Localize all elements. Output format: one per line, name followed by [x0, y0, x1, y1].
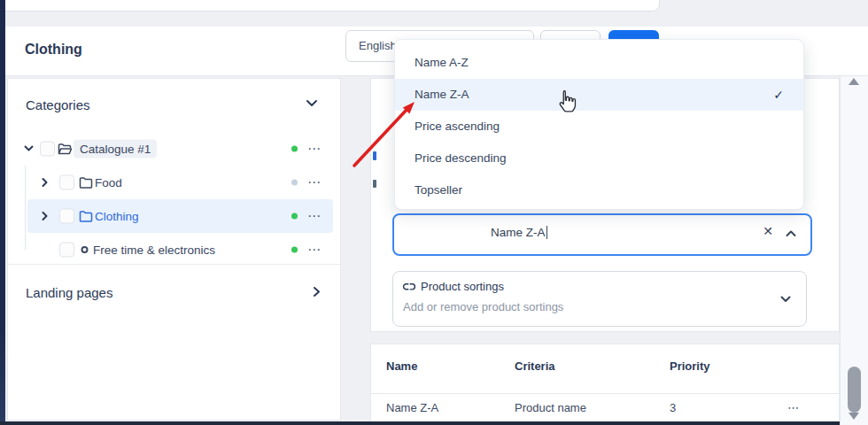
table-row[interactable]: Name Z-A Product name 3 ⋯ — [371, 393, 839, 422]
row-checkbox[interactable] — [59, 209, 74, 224]
column-header-priority: Priority — [670, 359, 710, 373]
text-caret — [546, 226, 547, 239]
sorting-options-listbox: Name A-Z Name Z-A ✓ Price ascending Pric… — [394, 39, 804, 210]
tree-row-catalogue[interactable]: Catalogue #1 ⋯ — [8, 132, 340, 166]
option-price-ascending[interactable]: Price ascending — [395, 111, 803, 143]
chevron-right-icon[interactable] — [42, 212, 49, 221]
window-bottom-edge — [0, 421, 840, 425]
active-status-dot — [291, 213, 298, 220]
row-context-menu-button[interactable]: ⋯ — [307, 144, 322, 153]
category-sidebar: Categories Catalogue #1 ⋯ — [7, 78, 341, 421]
product-sortings-placeholder: Add or remove product sortings — [403, 300, 563, 313]
default-sorting-combobox[interactable]: Name Z-A ✕ — [392, 213, 812, 256]
option-name-a-z[interactable]: Name A-Z — [395, 47, 803, 79]
row-checkbox[interactable] — [59, 175, 74, 190]
tree-item-label[interactable]: Clothing — [95, 210, 139, 223]
chevron-down-icon[interactable] — [24, 145, 34, 152]
scroll-down-button[interactable] — [849, 413, 859, 420]
chevron-down-icon[interactable] — [780, 296, 791, 303]
combobox-value: Name Z-A — [491, 215, 547, 251]
cell-priority: 3 — [670, 393, 676, 422]
row-context-menu-button[interactable]: ⋯ — [307, 212, 322, 220]
page-title: Clothing — [25, 42, 82, 58]
row-context-menu-button[interactable]: ⋯ — [307, 178, 322, 187]
product-sortings-field[interactable]: Product sortings Add or remove product s… — [392, 271, 807, 327]
leaf-circle-icon — [81, 246, 89, 254]
clear-selection-icon[interactable]: ✕ — [763, 224, 773, 238]
inactive-status-dot — [291, 180, 298, 186]
active-status-dot — [291, 247, 298, 253]
tree-item-label[interactable]: Catalogue #1 — [74, 140, 157, 158]
folder-icon-selected — [79, 210, 93, 222]
row-context-menu-button[interactable]: ⋯ — [307, 245, 322, 254]
collapse-categories-icon[interactable] — [306, 99, 318, 107]
sidebar-divider — [8, 264, 340, 265]
content-fragment — [373, 180, 376, 188]
cell-name: Name Z-A — [386, 393, 438, 422]
chevron-right-icon[interactable] — [42, 178, 49, 188]
tree-row-clothing-selected[interactable]: Clothing ⋯ — [8, 199, 340, 233]
column-header-criteria: Criteria — [515, 359, 555, 373]
global-search-bar[interactable] — [5, 0, 660, 12]
tree-row-food[interactable]: Food ⋯ — [8, 166, 340, 199]
chevron-up-icon[interactable] — [786, 230, 796, 237]
category-admin-screen: Clothing English Categories Catalogue #1… — [0, 0, 868, 425]
scrollbar-track[interactable] — [840, 76, 868, 425]
option-topseller[interactable]: Topseller — [395, 174, 803, 206]
option-price-descending[interactable]: Price descending — [395, 143, 803, 174]
product-sortings-table: Name Criteria Priority Name Z-A Product … — [370, 344, 840, 421]
column-header-name: Name — [386, 359, 417, 373]
scrollbar-thumb[interactable] — [848, 367, 861, 413]
folder-icon — [79, 176, 93, 189]
tree-row-free-time[interactable]: Free time & electronics ⋯ — [8, 233, 340, 267]
check-icon: ✓ — [773, 79, 784, 111]
categories-section-header[interactable]: Categories — [26, 97, 90, 112]
row-checkbox[interactable] — [40, 142, 55, 157]
cell-criteria: Product name — [515, 393, 586, 422]
scroll-up-button[interactable] — [849, 78, 859, 85]
folder-open-icon — [58, 143, 73, 155]
row-context-menu-button[interactable]: ⋯ — [787, 393, 800, 422]
link-icon — [402, 282, 416, 291]
active-status-dot — [291, 146, 298, 152]
row-checkbox[interactable] — [59, 243, 74, 258]
expand-landing-pages-icon[interactable] — [313, 286, 321, 298]
language-select-value: English — [359, 39, 397, 52]
table-header-row: Name Criteria Priority — [371, 344, 839, 394]
landing-pages-item[interactable]: Landing pages — [26, 285, 112, 300]
product-sortings-label: Product sortings — [402, 280, 504, 293]
option-name-z-a-selected[interactable]: Name Z-A ✓ — [395, 79, 803, 111]
tree-item-label[interactable]: Free time & electronics — [93, 243, 215, 257]
tree-item-label[interactable]: Food — [95, 176, 122, 189]
content-fragment — [373, 151, 376, 160]
